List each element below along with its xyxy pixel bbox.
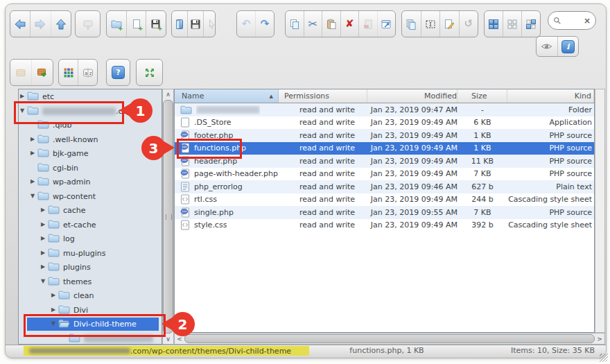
clear-search-icon[interactable]: × (584, 16, 591, 26)
tree-expander-icon[interactable]: ▶ (31, 136, 35, 142)
select-area-button[interactable] (421, 11, 441, 37)
tree-expander-icon[interactable]: ▶ (51, 292, 55, 298)
tree-expander-icon[interactable]: ▼ (31, 193, 35, 199)
file-row[interactable]: single.php read and write Jan 23, 2019 0… (175, 206, 594, 219)
server-button[interactable] (76, 11, 100, 37)
file-row[interactable]: page-with-header.php read and write Jan … (175, 168, 594, 181)
block-button[interactable] (359, 11, 378, 37)
list-horizontal-scrollbar[interactable]: < > (174, 333, 605, 345)
archive-button[interactable] (10, 60, 32, 85)
view-thumbnails-button[interactable] (485, 11, 503, 37)
new-file-button[interactable]: + (127, 11, 147, 37)
file-kind: Application (507, 118, 594, 127)
expand-button[interactable] (137, 60, 162, 85)
file-kind: Plain text (507, 182, 594, 191)
view-split-button[interactable] (522, 11, 540, 37)
tree-item[interactable]: ▶ clean (19, 288, 162, 303)
select-area-icon (424, 18, 437, 31)
tree-expander-icon[interactable]: ▶ (41, 221, 45, 227)
edit-button[interactable] (440, 11, 460, 37)
open-document-button[interactable] (172, 11, 188, 37)
folder-icon (37, 191, 49, 200)
tree-item[interactable]: ▶ bjk-game (19, 146, 162, 161)
paste-icon (325, 18, 338, 31)
tree-expander-icon[interactable]: ▶ (51, 306, 55, 313)
expand-icon (143, 67, 156, 79)
file-modified: Jan 23, 2019 09:49 AM (367, 118, 458, 127)
search-icon (553, 17, 561, 25)
file-row[interactable]: .DS_Store read and write Jan 23, 2019 09… (175, 116, 594, 130)
tree-item[interactable]: ▶ cache (19, 203, 162, 218)
resize-grip[interactable] (600, 354, 608, 362)
paste-button[interactable] (322, 11, 341, 37)
save-button[interactable] (188, 11, 204, 37)
search-input[interactable] (561, 16, 584, 26)
color-grid-button[interactable] (59, 60, 78, 85)
tree-expander-icon[interactable]: ▶ (31, 150, 35, 156)
folder-tree[interactable]: ▶ etc ▼ .com .qidb ▶ .well-known ▶ bjk-g… (18, 89, 162, 345)
folder-icon (48, 262, 60, 271)
file-modified: Jan 23, 2019 09:49 AM (367, 131, 458, 140)
get-info-button[interactable]: i (558, 37, 579, 56)
save-as-new-button[interactable]: + (146, 11, 166, 37)
file-row[interactable]: php_errorlog read and write Jan 23, 2019… (175, 180, 594, 193)
tree-item[interactable]: ▼ wp-content (19, 189, 162, 204)
up-button[interactable] (51, 11, 71, 37)
toolbar-group-inspect: i (536, 36, 579, 57)
new-folder-button[interactable]: + (107, 11, 127, 37)
scroll-up-icon[interactable]: ∧ (163, 89, 173, 99)
cut-button[interactable]: ✂ (304, 11, 323, 37)
tree-item[interactable]: ▶ log (19, 232, 162, 246)
sort-az-button[interactable]: az (78, 60, 97, 85)
tree-scrollbar-thumb[interactable] (163, 100, 173, 333)
file-size: 244 b (458, 195, 507, 204)
list-vertical-scrollbar[interactable] (595, 89, 605, 333)
help-button[interactable]: ? (107, 60, 130, 85)
tree-expander-icon[interactable]: ▶ (41, 263, 45, 270)
pointer-button[interactable] (204, 11, 216, 37)
tree-item[interactable]: ▶ wp-admin (19, 175, 162, 189)
column-header-modified[interactable]: Modified (367, 89, 458, 103)
file-list[interactable]: Name▲ Permissions Modified Size Kind rea… (174, 89, 595, 333)
reload-locked-button[interactable]: ↺ (460, 11, 478, 37)
undo-button[interactable]: ↶ (237, 11, 256, 37)
tree-item[interactable]: ▼ themes (19, 275, 162, 289)
tree-expander-icon[interactable]: ▶ (20, 93, 24, 99)
scroll-right-icon[interactable]: > (595, 333, 604, 344)
tree-expander-icon[interactable]: ▶ (41, 235, 45, 241)
file-row[interactable]: style.css read and write Jan 23, 2019 09… (175, 219, 594, 232)
file-permissions: read and write (279, 118, 367, 127)
column-header-kind[interactable]: Kind (507, 89, 594, 103)
tree-item[interactable]: ▶ mu-plugins (19, 246, 162, 261)
tree-expander-icon[interactable]: ▶ (41, 250, 45, 256)
redo-button[interactable]: ↷ (256, 11, 274, 37)
delete-button[interactable]: ✘ (341, 11, 360, 37)
tree-scrollbar[interactable]: ∧ ∨ (162, 89, 174, 345)
copy-icon (288, 18, 301, 31)
new-file-icon: + (130, 18, 143, 31)
preview-eye-button[interactable] (537, 37, 558, 56)
archive-download-button[interactable] (32, 60, 53, 85)
column-header-size[interactable]: Size (458, 89, 507, 103)
tree-expander-icon[interactable]: ▶ (31, 178, 35, 184)
duplicate-button[interactable] (402, 11, 421, 37)
view-list-button[interactable] (503, 11, 522, 37)
tree-item[interactable]: ▶ plugins (19, 260, 162, 275)
tree-item[interactable]: ▶ et-cache (19, 218, 162, 232)
file-row[interactable]: rtl.css read and write Jan 23, 2019 09:4… (175, 193, 594, 207)
back-button[interactable] (10, 11, 31, 37)
column-header-permissions[interactable]: Permissions (279, 89, 367, 103)
tree-item[interactable]: cgi-bin (19, 161, 162, 175)
file-row[interactable]: read and write Jan 23, 2019 09:47 AM - F… (175, 103, 594, 116)
column-header-name[interactable]: Name▲ (175, 89, 279, 103)
tree-expander-icon[interactable]: ▼ (41, 278, 45, 284)
file-permissions: read and write (279, 157, 367, 166)
preview-window-button[interactable] (378, 11, 396, 37)
forward-button[interactable] (31, 11, 51, 37)
folder-icon (48, 220, 60, 229)
tree-item[interactable]: ▶ .well-known (19, 132, 162, 147)
search-box[interactable]: × (548, 11, 596, 30)
hscroll-thumb[interactable] (184, 334, 595, 343)
copy-button[interactable] (286, 11, 304, 37)
tree-expander-icon[interactable]: ▶ (41, 207, 45, 213)
